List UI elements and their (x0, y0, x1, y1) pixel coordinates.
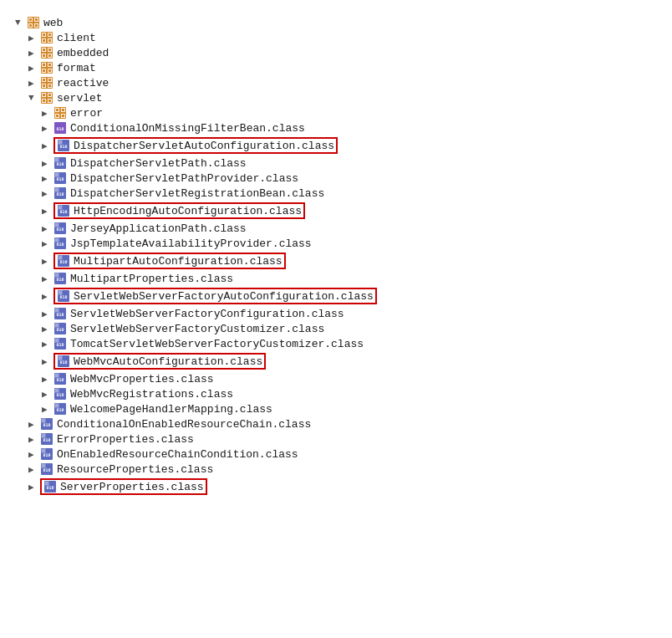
svg-rect-32 (43, 64, 45, 66)
tree-arrow[interactable] (42, 339, 53, 350)
tree-row-reactive[interactable]: reactive (15, 75, 657, 90)
tree-label: embedded (57, 47, 109, 59)
svg-text:010: 010 (56, 407, 64, 412)
tree-row-JspTemplateAvailabilityProvider[interactable]: 010 JspTemplateAvailabilityProvider.clas… (15, 236, 657, 251)
tree-row-servlet[interactable]: servlet (15, 90, 657, 105)
tree-arrow[interactable] (42, 309, 53, 319)
svg-rect-108 (55, 309, 59, 312)
tree-arrow[interactable] (42, 158, 53, 169)
tree-arrow[interactable] (42, 404, 53, 415)
tree-row-web[interactable]: web (15, 15, 657, 30)
tree-row-embedded[interactable]: embedded (15, 45, 657, 60)
tree-row-format[interactable]: format (15, 60, 657, 75)
tree-row-HttpEncodingAutoConfiguration[interactable]: 010 HttpEncodingAutoConfiguration.class (15, 201, 657, 221)
tree-arrow[interactable] (28, 482, 40, 493)
tree-row-WelcomePageHandlerMapping[interactable]: 010 WelcomePageHandlerMapping.class (15, 401, 657, 416)
tree-arrow[interactable] (28, 419, 40, 430)
tree-arrow[interactable] (42, 173, 53, 184)
tree-arrow[interactable] (42, 389, 53, 400)
tree-arrow[interactable] (42, 140, 53, 151)
tree-arrow[interactable] (28, 78, 40, 89)
tree-label: OnEnabledResourceChainCondition.class (57, 448, 298, 461)
svg-rect-52 (43, 100, 45, 102)
svg-rect-72 (55, 158, 59, 161)
svg-rect-42 (48, 79, 51, 81)
tree-row-ServletWebServerFactoryCustomizer[interactable]: 010 ServletWebServerFactoryCustomizer.cl… (15, 321, 657, 336)
tree-arrow[interactable] (28, 464, 40, 475)
svg-rect-152 (45, 482, 48, 485)
svg-text:010: 010 (56, 277, 64, 282)
tree-row-ResourceProperties[interactable]: 010 ResourceProperties.class (15, 462, 657, 477)
svg-rect-43 (43, 84, 45, 87)
svg-rect-76 (55, 173, 59, 176)
svg-text:010: 010 (46, 485, 53, 490)
svg-text:010: 010 (59, 209, 67, 214)
tree-arrow[interactable] (15, 18, 27, 28)
highlighted-item: 010 DispatcherServletAutoConfiguration.c… (53, 137, 338, 154)
svg-rect-61 (56, 115, 59, 117)
svg-text:010: 010 (56, 176, 64, 181)
tree-arrow[interactable] (42, 256, 53, 267)
tree-arrow[interactable] (42, 356, 53, 367)
svg-rect-51 (48, 94, 51, 96)
tree-row-TomcatServletWebServerFactoryCustomizer[interactable]: 010 TomcatServletWebServerFactoryCustomi… (15, 336, 657, 351)
svg-rect-140 (42, 434, 45, 437)
tree-row-ConditionalOnMissingFilterBean[interactable]: 010 ConditionalOnMissingFilterBean.class (15, 120, 657, 135)
svg-text:010: 010 (59, 360, 67, 365)
tree-row-OnEnabledResourceChainCondition[interactable]: 010 OnEnabledResourceChainCondition.clas… (15, 447, 657, 462)
svg-rect-16 (43, 39, 45, 42)
tree-arrow[interactable] (42, 188, 53, 199)
tree-row-ServletWebServerFactoryAutoConfiguration[interactable]: 010 ServletWebServerFactoryAutoConfigura… (15, 286, 657, 306)
tree-row-error[interactable]: error (15, 105, 657, 120)
tree-arrow[interactable] (42, 374, 53, 385)
tree-label: WebMvcAutoConfiguration.class (74, 355, 262, 368)
svg-text:010: 010 (56, 312, 64, 317)
tree-arrow[interactable] (42, 273, 53, 284)
tree-label: ConditionalOnMissingFilterBean.class (70, 122, 305, 135)
svg-rect-84 (59, 206, 62, 209)
tree-row-WebMvcProperties[interactable]: 010 WebMvcProperties.class (15, 371, 657, 386)
tree-arrow[interactable] (42, 123, 53, 134)
tree-arrow[interactable] (28, 93, 40, 103)
tree-row-MultipartProperties[interactable]: 010 MultipartProperties.class (15, 271, 657, 286)
tree-row-WebMvcAutoConfiguration[interactable]: 010 WebMvcAutoConfiguration.class (15, 351, 657, 371)
tree-label: ErrorProperties.class (57, 433, 194, 446)
tree-label: DispatcherServletPathProvider.class (70, 172, 298, 185)
tree-arrow[interactable] (42, 223, 53, 234)
tree-label: error (70, 107, 103, 120)
tree-arrow[interactable] (42, 108, 53, 119)
tree-arrow[interactable] (42, 206, 53, 217)
tree-row-MultipartAutoConfiguration[interactable]: 010 MultipartAutoConfiguration.class (15, 251, 657, 271)
tree-row-ErrorProperties[interactable]: 010 ErrorProperties.class (15, 431, 657, 447)
tree-row-WebMvcRegistrations[interactable]: 010 WebMvcRegistrations.class (15, 386, 657, 401)
svg-rect-59 (56, 109, 59, 111)
tree-arrow[interactable] (42, 291, 53, 302)
svg-rect-128 (55, 389, 59, 392)
tree-row-DispatcherServletAutoConfiguration[interactable]: 010 DispatcherServletAutoConfiguration.c… (15, 135, 657, 156)
tree-row-ServerProperties[interactable]: 010 ServerProperties.class (15, 477, 657, 497)
tree-label: client (57, 32, 96, 44)
tree-arrow[interactable] (28, 434, 40, 445)
tree-row-ServletWebServerFactoryConfiguration[interactable]: 010 ServletWebServerFactoryConfiguration… (15, 306, 657, 321)
tree-row-DispatcherServletPathProvider[interactable]: 010 DispatcherServletPathProvider.class (15, 171, 657, 186)
tree-row-DispatcherServletRegistrationBean[interactable]: 010 DispatcherServletRegistrationBean.cl… (15, 186, 657, 201)
tree-arrow[interactable] (28, 48, 40, 59)
tree-arrow[interactable] (28, 449, 40, 460)
tree-row-JerseyApplicationPath[interactable]: 010 JerseyApplicationPath.class (15, 221, 657, 236)
tree-row-ConditionalOnEnabledResourceChain[interactable]: 010 ConditionalOnEnabledResourceChain.cl… (15, 416, 657, 431)
svg-rect-112 (55, 324, 59, 327)
svg-rect-23 (43, 48, 45, 51)
highlighted-item: 010 ServerProperties.class (40, 478, 207, 495)
svg-rect-26 (48, 54, 51, 57)
tree-row-client[interactable]: client (15, 30, 657, 45)
svg-rect-53 (48, 100, 51, 102)
tree-arrow[interactable] (28, 63, 40, 74)
tree-row-DispatcherServletPath[interactable]: 010 DispatcherServletPath.class (15, 156, 657, 171)
tree-arrow[interactable] (42, 324, 53, 334)
tree-arrow[interactable] (42, 238, 53, 249)
svg-text:010: 010 (56, 126, 64, 131)
svg-text:010: 010 (56, 327, 64, 332)
tree-label: JerseyApplicationPath.class (70, 222, 247, 235)
tree-arrow[interactable] (28, 33, 40, 43)
svg-rect-50 (43, 94, 45, 96)
